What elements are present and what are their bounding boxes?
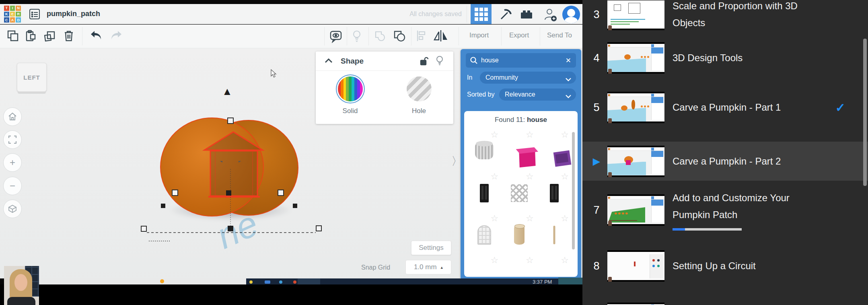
results-scrollbar[interactable] <box>572 132 575 249</box>
taskbar-clock: 3:37 PM <box>533 279 552 285</box>
height-handle-mid[interactable] <box>226 190 231 196</box>
scale-handle-right[interactable] <box>278 190 284 196</box>
playlist-item-7[interactable]: 7 Add to and Customize Your Pumpkin Patc… <box>582 182 868 238</box>
favorite-star-icon[interactable]: ☆ <box>526 130 534 140</box>
favorite-star-icon[interactable]: ☆ <box>561 130 569 140</box>
result-item-partial-2[interactable]: ☆ <box>537 254 572 277</box>
favorite-star-icon[interactable]: ☆ <box>561 213 569 224</box>
group-icon[interactable] <box>373 29 387 43</box>
favorite-star-icon[interactable]: ☆ <box>491 130 499 140</box>
toolbar-divider <box>411 27 411 45</box>
tinkercad-video-area: TIN KER CAD pumpkin_patch All changes sa… <box>0 0 582 305</box>
ground-handle-center[interactable] <box>228 226 233 231</box>
3d-canvas[interactable]: ne LEFT + − <box>0 48 582 305</box>
panel-expand-chevron[interactable]: 〉 <box>451 154 463 169</box>
align-icon[interactable] <box>415 29 429 43</box>
result-item-partial[interactable]: ☆ <box>467 254 502 277</box>
send-to-button[interactable]: Send To <box>547 31 572 39</box>
search-scope-dropdown[interactable]: Community <box>480 72 576 84</box>
user-avatar[interactable] <box>562 6 580 23</box>
result-item-purple-house[interactable]: ☆ <box>537 129 572 171</box>
lesson-progress-fill <box>673 228 685 231</box>
playlist-item-4[interactable]: 4 3D Design Tools <box>582 39 868 77</box>
fit-view-button[interactable] <box>3 130 22 149</box>
add-user-icon[interactable] <box>543 8 557 21</box>
result-item-arched-door[interactable]: ☆ <box>467 212 502 254</box>
favorite-star-icon[interactable]: ☆ <box>526 213 534 224</box>
results-header: Found 11: house <box>464 116 578 124</box>
shape-panel-header: Shape <box>316 52 453 71</box>
settings-button[interactable]: Settings <box>411 241 451 255</box>
hole-option[interactable]: Hole <box>407 76 432 115</box>
zoom-out-button[interactable]: − <box>3 177 22 195</box>
result-item-partial-green[interactable]: ☆ <box>502 254 537 277</box>
result-item-pink-house[interactable]: ☆ <box>502 129 537 171</box>
solid-option[interactable]: Solid <box>338 76 363 115</box>
shape-thumbnail <box>475 143 494 159</box>
result-item-lattice[interactable]: ☆ <box>502 171 537 212</box>
result-item-tan-cylinder[interactable]: ☆ <box>502 212 537 254</box>
export-button[interactable]: Export <box>509 31 529 39</box>
move-up-cone-handle[interactable]: ▲ <box>222 86 232 97</box>
search-input[interactable]: house ✕ <box>466 53 576 68</box>
favorite-star-icon[interactable]: ☆ <box>491 213 499 224</box>
playlist-item-8[interactable]: 8 Setting Up a Circuit <box>582 244 868 288</box>
design-properties-icon[interactable] <box>29 8 40 20</box>
lesson-number: 4 <box>590 52 603 64</box>
snap-grid-dropdown[interactable]: 1.0 mm ▴ <box>405 260 451 274</box>
hide-lightbulb-icon[interactable] <box>436 56 444 68</box>
playlist-scrollbar[interactable] <box>863 39 867 186</box>
paste-icon[interactable] <box>24 29 38 43</box>
shape-thumbnail <box>511 184 528 202</box>
dashboard-grid-button[interactable] <box>471 4 492 24</box>
result-item-ribbed-cylinder[interactable]: ☆ <box>467 129 502 171</box>
result-item-door[interactable]: ☆ <box>467 171 502 212</box>
minecraft-pickaxe-icon[interactable] <box>499 8 512 21</box>
perspective-toggle-button[interactable] <box>3 200 22 218</box>
delete-icon[interactable] <box>63 29 76 43</box>
favorite-star-icon[interactable]: ☆ <box>526 255 534 266</box>
playlist-item-5[interactable]: 5 Carve a Pumpkin - Part 1 ✓ <box>582 85 868 130</box>
completed-check-icon: ✓ <box>835 101 845 115</box>
scale-handle-left[interactable] <box>172 190 178 196</box>
hole-swatch[interactable] <box>407 76 432 101</box>
import-button[interactable]: Import <box>469 31 489 39</box>
undo-icon[interactable] <box>89 29 103 43</box>
notes-eye-icon[interactable] <box>329 29 343 43</box>
duplicate-icon[interactable] <box>43 29 56 43</box>
lesson-thumbnail <box>607 250 664 282</box>
corner-handle-left[interactable] <box>161 204 165 208</box>
favorite-star-icon[interactable]: ☆ <box>526 171 534 182</box>
solid-color-swatch[interactable] <box>338 76 363 101</box>
copy-icon[interactable] <box>6 29 20 43</box>
playlist-item-current[interactable]: ▶ Carve a Pumpkin - Part 2 <box>582 142 868 181</box>
favorite-star-icon[interactable]: ☆ <box>561 171 569 182</box>
ungroup-icon[interactable] <box>393 29 406 43</box>
favorite-star-icon[interactable]: ☆ <box>561 255 569 266</box>
sort-dropdown[interactable]: Relevance <box>499 89 576 101</box>
scale-handle-top[interactable] <box>227 117 234 124</box>
tinkercad-logo[interactable]: TIN KER CAD <box>4 6 21 23</box>
favorite-star-icon[interactable]: ☆ <box>491 255 499 266</box>
result-item-door-2[interactable]: ☆ <box>537 171 572 212</box>
redo-icon[interactable] <box>109 29 123 43</box>
toolbar-divider <box>540 27 540 45</box>
ground-handle-right[interactable] <box>316 225 322 231</box>
brick-builder-icon[interactable] <box>520 9 533 23</box>
corner-handle-right[interactable] <box>293 204 297 208</box>
lightbulb-icon[interactable] <box>351 29 364 43</box>
viewcube-left-face[interactable]: LEFT <box>17 63 47 92</box>
clear-search-icon[interactable]: ✕ <box>566 56 571 65</box>
presenter-shoulders <box>7 297 35 305</box>
collapse-chevron-icon[interactable] <box>325 58 333 65</box>
ground-handle-left[interactable] <box>141 226 147 232</box>
lesson-thumbnail <box>607 303 664 305</box>
result-item-stick[interactable]: ☆ <box>537 212 572 254</box>
playlist-item-3[interactable]: 3 Scale and Proportion with 3D Objects <box>582 0 868 39</box>
favorite-star-icon[interactable]: ☆ <box>491 171 499 182</box>
mirror-icon[interactable] <box>433 29 446 43</box>
zoom-in-button[interactable]: + <box>3 153 22 172</box>
home-view-button[interactable] <box>3 107 22 126</box>
playlist-item-9[interactable]: 9 <box>582 296 868 305</box>
unlock-icon[interactable] <box>420 56 428 68</box>
